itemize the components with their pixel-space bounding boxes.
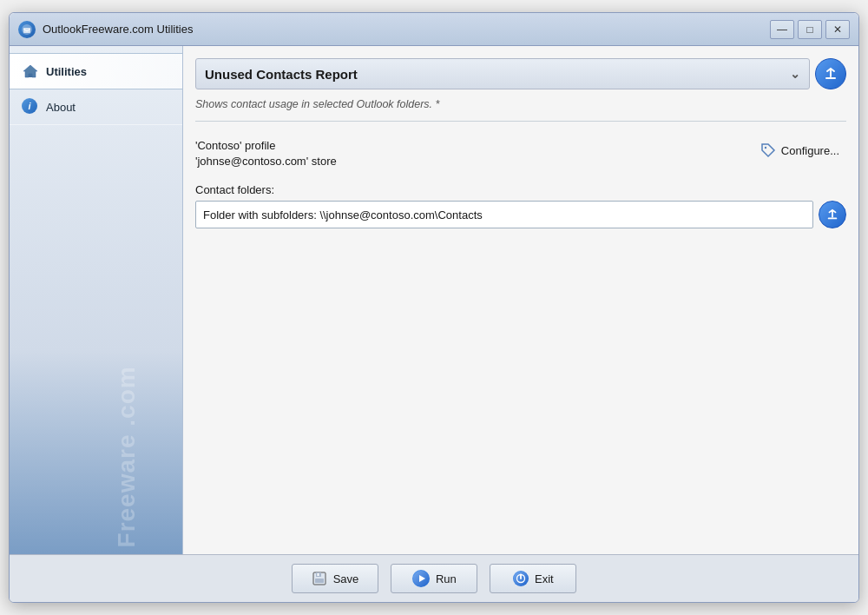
tag-icon xyxy=(760,142,776,158)
profile-info: 'Contoso' profile 'johnse@contoso.com' s… xyxy=(195,139,337,168)
main-content: Utilities i About Outlook Freeware .com … xyxy=(10,46,858,554)
profile-line1: 'Contoso' profile xyxy=(195,139,337,152)
window-controls: — □ ✕ xyxy=(770,20,850,39)
profile-section: 'Contoso' profile 'johnse@contoso.com' s… xyxy=(195,132,846,175)
window-title: OutlookFreeware.com Utilities xyxy=(43,23,770,36)
svg-rect-8 xyxy=(315,579,324,583)
app-icon xyxy=(18,21,36,38)
configure-label: Configure... xyxy=(781,144,839,157)
sidebar: Utilities i About Outlook Freeware .com xyxy=(10,46,183,554)
svg-rect-3 xyxy=(825,77,836,79)
upload-button[interactable] xyxy=(815,58,846,89)
report-title: Unused Contacts Report xyxy=(205,67,358,82)
title-bar: OutlookFreeware.com Utilities — □ ✕ xyxy=(10,13,858,46)
save-label: Save xyxy=(333,572,359,585)
right-panel: Unused Contacts Report ⌄ Shows contact u… xyxy=(183,46,858,554)
contact-folders-label: Contact folders: xyxy=(195,183,846,196)
sidebar-nav: Utilities i About xyxy=(10,46,182,132)
sidebar-item-utilities[interactable]: Utilities xyxy=(10,53,182,89)
configure-button[interactable]: Configure... xyxy=(753,139,846,162)
svg-rect-9 xyxy=(317,573,319,576)
svg-rect-2 xyxy=(29,74,32,77)
svg-point-4 xyxy=(765,147,766,149)
svg-rect-5 xyxy=(828,218,838,220)
info-icon: i xyxy=(22,98,39,116)
folder-input-row xyxy=(195,201,846,228)
about-label: About xyxy=(46,101,76,114)
save-icon xyxy=(312,571,327,586)
divider xyxy=(195,121,846,122)
bottom-toolbar: Save Run xyxy=(10,554,858,602)
maximize-button[interactable]: □ xyxy=(798,20,822,39)
svg-rect-1 xyxy=(23,28,30,33)
utilities-label: Utilities xyxy=(46,65,87,78)
report-dropdown[interactable]: Unused Contacts Report ⌄ xyxy=(195,58,810,89)
minimize-button[interactable]: — xyxy=(770,20,794,39)
sidebar-watermark: Outlook Freeware .com xyxy=(113,393,141,554)
folder-upload-button[interactable] xyxy=(819,201,846,228)
play-icon xyxy=(412,570,430,587)
exit-button[interactable]: Exit xyxy=(490,564,576,593)
run-label: Run xyxy=(436,572,457,585)
profile-line2: 'johnse@contoso.com' store xyxy=(195,155,337,168)
home-icon xyxy=(22,63,39,80)
power-icon xyxy=(513,571,529,586)
contact-folders-section: Contact folders: xyxy=(195,183,846,228)
report-header: Unused Contacts Report ⌄ xyxy=(195,58,846,89)
sidebar-item-about[interactable]: i About xyxy=(10,89,182,125)
chevron-down-icon: ⌄ xyxy=(790,67,800,81)
save-button[interactable]: Save xyxy=(292,564,379,593)
run-button[interactable]: Run xyxy=(391,564,477,593)
report-description: Shows contact usage in selected Outlook … xyxy=(195,98,846,110)
close-button[interactable]: ✕ xyxy=(825,20,850,39)
main-window: OutlookFreeware.com Utilities — □ ✕ Uti xyxy=(9,12,859,603)
exit-label: Exit xyxy=(535,572,554,585)
folder-input[interactable] xyxy=(195,201,813,228)
